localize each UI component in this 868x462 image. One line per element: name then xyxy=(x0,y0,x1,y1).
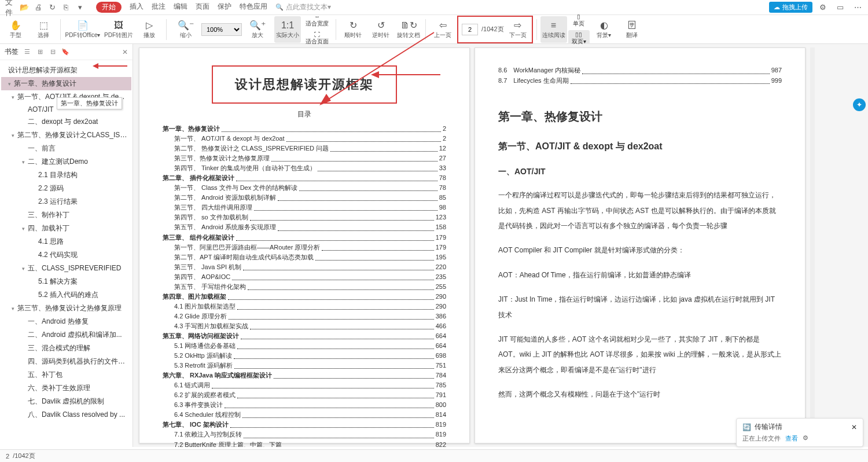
ribbon-tab[interactable]: 页面 xyxy=(196,2,209,13)
outline-icon[interactable]: ☰ xyxy=(23,48,31,56)
translate[interactable]: 🈂翻译 xyxy=(619,16,645,43)
print-icon[interactable]: 🖨 xyxy=(33,2,43,13)
bookmark-sidebar: 书签 ☰ ⊞ ⊟ 🔖 ✕ 设计思想解读开源框架 ▾第一章、热修复设计▾第一节、A… xyxy=(0,44,133,447)
status-bar: 2 /1042页 xyxy=(0,449,868,462)
settings-icon[interactable]: ⚙ xyxy=(818,2,828,13)
continuous-read[interactable]: ≡连续阅读 xyxy=(540,16,567,43)
toc-row: 7.2 ButterKnife 原理上篇、中篇、下篇822 xyxy=(163,440,446,448)
refresh-icon[interactable]: ↻ xyxy=(47,2,57,13)
background[interactable]: ◐背景▾ xyxy=(591,16,617,43)
toc-row: 第一章、热修复设计2 xyxy=(163,124,446,134)
tree-node[interactable]: 三、混合模式的理解 xyxy=(1,342,131,355)
toc-row: 7.1 依赖注入与控制反转819 xyxy=(163,430,446,439)
toc-row: 第四节、 AOP&IOC235 xyxy=(163,272,446,282)
toc-row: 第一节、阿里巴巴开源路由框——ARouter 原理分析179 xyxy=(163,243,446,252)
ribbon-tab[interactable]: 特色应用 xyxy=(240,2,267,13)
tree-node[interactable]: ▾二、建立测试Demo xyxy=(1,155,131,168)
toc-row: 第四节、 Tinker 的集成与使用（自动补丁包生成）33 xyxy=(163,163,446,173)
tree-node[interactable]: 四、源码类到机器执行的文件过程 xyxy=(1,355,131,368)
zoom-select[interactable]: 100% xyxy=(201,23,242,36)
toc-row: 6.2 扩展的观察者模式791 xyxy=(163,390,446,400)
rotate-ccw[interactable]: ↺逆时针 xyxy=(367,16,394,43)
single-page[interactable]: ▯ 单页 xyxy=(568,12,590,29)
select-tool[interactable]: ⬚选择 xyxy=(30,16,57,43)
file-menu[interactable]: 文件 xyxy=(5,2,16,13)
expand-icon[interactable]: ⊞ xyxy=(36,48,44,56)
tree-node[interactable]: ▾五、CLASS_ISPREVERIFIED xyxy=(1,262,131,275)
more-icon[interactable]: ⋯ xyxy=(852,2,863,13)
prev-page[interactable]: ⇦上一页 xyxy=(429,16,456,43)
doc-title-box: 设计思想解读开源框架 xyxy=(212,65,397,104)
tree-node[interactable]: 2.1 目录结构 xyxy=(1,168,131,182)
page-total: /1042页 xyxy=(481,25,504,34)
open-icon[interactable]: 📂 xyxy=(19,2,30,13)
page-right: 8.6 WorkManager 内核揭秘9878.7 Lifecycles 生命… xyxy=(475,47,806,443)
zoom-in[interactable]: 🔍⁺放大 xyxy=(244,16,271,43)
tree-node[interactable]: 六、类补丁生效原理 xyxy=(1,382,131,395)
close-icon[interactable]: ✕ xyxy=(122,48,128,56)
collapse-icon[interactable]: ⊟ xyxy=(49,48,57,56)
chapter-heading: 第一章、热修复设计 xyxy=(498,109,782,124)
toolbar: ✋手型 ⬚选择 📄PDF转Office▾ 🖼PDF转图片 ▷播放 🔍⁻缩小 10… xyxy=(0,15,868,44)
tree-node[interactable]: ▾四、加载补丁 xyxy=(1,222,131,235)
rotate-doc[interactable]: 🗎↻旋转文档 xyxy=(395,16,422,43)
ribbon-tab[interactable]: 开始 xyxy=(96,2,122,13)
upload-badge[interactable]: ☁拖拽上传 xyxy=(769,2,812,13)
tree-node[interactable]: ▾第三节、热修复设计之热修复原理 xyxy=(1,302,131,315)
tree-node[interactable]: 五、补丁包 xyxy=(1,368,131,382)
ribbon-tab[interactable]: 编辑 xyxy=(174,2,187,13)
sync-icon: 🔄 xyxy=(742,423,751,431)
hover-tooltip: 第一章、热修复设计 xyxy=(57,97,122,109)
zoom-out[interactable]: 🔍⁻缩小 xyxy=(172,16,199,43)
menu-bar: 文件 📂 🖨 ↻ ⎘ ▾ 开始插入批注编辑页面保护特色应用 点此查找文本▾ ☁拖… xyxy=(0,0,868,15)
tree-node[interactable]: 二、dexopt 与 dex2oat xyxy=(1,115,131,129)
body-text: AOT Compiler 和 JIT Compiler 就是针对编译形式做的分类… xyxy=(498,243,782,258)
search-input[interactable]: 点此查找文本▾ xyxy=(275,2,331,12)
ribbon-tab[interactable]: 插入 xyxy=(130,2,144,13)
actual-size[interactable]: 1:1实际大小 xyxy=(274,16,301,43)
toc-row: 5.1 网络通信必备基础664 xyxy=(163,341,446,351)
tree-node[interactable]: 4.2 代码实现 xyxy=(1,248,131,262)
pdf-to-image[interactable]: 🖼PDF转图片 xyxy=(102,16,135,43)
tree-node[interactable]: 一、前言 xyxy=(1,142,131,155)
tree-node[interactable]: 一、Android 热修复 xyxy=(1,315,131,328)
bookmark-icon[interactable]: 🔖 xyxy=(61,48,69,56)
gear-icon[interactable]: ⚙ xyxy=(803,434,808,443)
tree-node[interactable]: 2.2 源码 xyxy=(1,182,131,195)
tree-node[interactable]: 八、Davlik Class resolved by ... xyxy=(1,408,131,421)
next-page[interactable]: ⇨下一页 xyxy=(507,16,528,43)
toc-row: 第七章、 IOC 架构设计819 xyxy=(163,420,446,430)
tree-node[interactable]: 二、Android 虚拟机和编译加... xyxy=(1,328,131,342)
vertical-scrollbar[interactable] xyxy=(810,47,815,443)
subsection-heading: 一、AOT/JIT xyxy=(498,167,782,177)
document-viewport[interactable]: 设计思想解读开源框架 目录 第一章、热修复设计2第一节、 AOT/JIT & d… xyxy=(133,44,868,447)
rotate-cw[interactable]: ↻顺时针 xyxy=(340,16,366,43)
view-link[interactable]: 查看 xyxy=(785,434,798,443)
page-input[interactable] xyxy=(462,24,478,35)
tree-node[interactable]: 5.1 解决方案 xyxy=(1,275,131,288)
page-box: /1042页 ⇨下一页 xyxy=(457,16,533,43)
tree-node[interactable]: 三、制作补丁 xyxy=(1,208,131,222)
fit-width[interactable]: ↔ 适合宽度 xyxy=(302,12,332,29)
play-tool[interactable]: ▷播放 xyxy=(136,16,163,43)
tree-node[interactable]: 4.1 思路 xyxy=(1,235,131,248)
toc-row: 5.3 Retrofit 源码解析751 xyxy=(163,361,446,371)
export-icon[interactable]: ⎘ xyxy=(61,2,71,13)
window-icon[interactable]: ▭ xyxy=(835,2,845,13)
tree-node[interactable]: 2.3 运行结果 xyxy=(1,195,131,208)
toc-row: 第三节、 Java SPI 机制220 xyxy=(163,262,446,272)
ribbon-tab[interactable]: 保护 xyxy=(218,2,231,13)
tree-node[interactable]: ▾第二节、热修复设计之CLASS_ISPR... xyxy=(1,129,131,142)
tree-node[interactable]: ▾第一章、热修复设计 xyxy=(1,77,131,90)
ribbon-tab[interactable]: 批注 xyxy=(152,2,165,13)
float-action-icon[interactable]: ✦ xyxy=(853,98,866,111)
toc-row: 第二节、APT 编译时期自动生成代码&动态类加载195 xyxy=(163,252,446,262)
dropdown-icon[interactable]: ▾ xyxy=(75,2,85,13)
toc-row: 6.1 链式调用785 xyxy=(163,380,446,390)
close-icon[interactable]: ✕ xyxy=(851,423,857,431)
hand-tool[interactable]: ✋手型 xyxy=(2,16,29,43)
tree-node[interactable]: 七、Davlik 虚拟机的限制 xyxy=(1,395,131,408)
toc-row: 第四节、 so 文件加载机制123 xyxy=(163,212,446,222)
pdf-to-office[interactable]: 📄PDF转Office▾ xyxy=(64,16,101,43)
tree-node[interactable]: 5.2 插入代码的难点 xyxy=(1,288,131,302)
